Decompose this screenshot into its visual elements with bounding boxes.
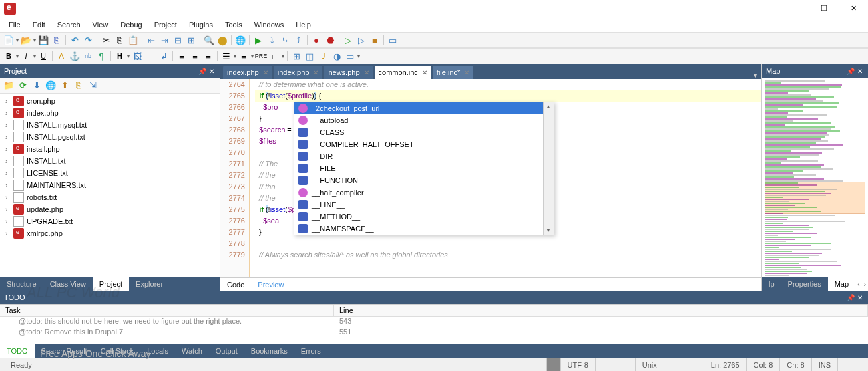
tab-explorer[interactable]: Explorer <box>129 277 170 291</box>
tab-lp[interactable]: lp <box>762 277 781 291</box>
tab-locals[interactable]: Locals <box>140 344 175 358</box>
todo-row[interactable]: @todo: this should not be here. we need … <box>0 317 868 328</box>
nbsp-icon[interactable]: nb <box>82 50 94 62</box>
comment-icon[interactable]: ⊟ <box>172 34 184 46</box>
tabs-chevron-icon[interactable]: ▾ <box>750 72 761 79</box>
menu-search[interactable]: Search <box>51 19 87 30</box>
expand-icon[interactable]: › <box>5 110 13 117</box>
pre-icon[interactable]: PRE <box>255 50 267 62</box>
close-button[interactable]: ✕ <box>839 0 868 17</box>
autocomplete-item[interactable]: __DIR__ <box>294 150 554 162</box>
expand-icon[interactable]: › <box>5 170 13 177</box>
pin-icon[interactable]: 📌 <box>198 68 206 75</box>
autocomplete-item[interactable]: __autoload <box>294 114 554 126</box>
status-eol[interactable]: Unix <box>635 358 664 371</box>
tab-call-stack[interactable]: Call Stack <box>94 344 141 358</box>
file-item[interactable]: ›xmlrpc.php <box>0 227 220 239</box>
expand-icon[interactable]: › <box>5 206 13 213</box>
file-tree[interactable]: ›cron.php›index.php›INSTALL.mysql.txt›IN… <box>0 94 220 277</box>
pin-icon[interactable]: 📌 <box>847 68 855 75</box>
expand-icon[interactable]: › <box>5 98 13 105</box>
br-icon[interactable]: ↲ <box>158 50 170 62</box>
list-ul-icon[interactable]: ☰ <box>220 50 232 62</box>
file-item[interactable]: ›robots.txt <box>0 191 220 203</box>
save-all-icon[interactable]: ⎘ <box>51 34 63 46</box>
hr-icon[interactable]: — <box>144 50 156 62</box>
autocomplete-item[interactable]: __COMPILER_HALT_OFFSET__ <box>294 138 554 150</box>
tab-search-result[interactable]: Search Result <box>35 344 94 358</box>
autocomplete-item[interactable]: __METHOD__ <box>294 211 554 223</box>
autocomplete-popup[interactable]: _2checkout_post_url__autoload__CLASS____… <box>294 102 554 235</box>
tab-project[interactable]: Project <box>93 277 129 291</box>
frame-icon[interactable]: ◫ <box>304 50 316 62</box>
anchor-icon[interactable]: ⚓ <box>69 50 81 62</box>
code-editor[interactable]: 2764276527662767276827692770277127722773… <box>220 79 761 277</box>
script-icon[interactable]: Ｊ <box>317 50 329 62</box>
minimap[interactable] <box>762 78 868 277</box>
file-item[interactable]: ›INSTALL.pgsql.txt <box>0 131 220 143</box>
comment-tag-icon[interactable]: ¶ <box>95 50 107 62</box>
panel-close-icon[interactable]: ✕ <box>857 68 863 75</box>
heading-icon[interactable]: H <box>114 50 126 62</box>
menu-view[interactable]: View <box>87 19 115 30</box>
autocomplete-item[interactable]: __CLASS__ <box>294 126 554 138</box>
php-icon[interactable]: ◑ <box>331 50 343 62</box>
autocomplete-item[interactable]: _2checkout_post_url <box>294 102 554 114</box>
tab-watch[interactable]: Watch <box>175 344 209 358</box>
new-file-icon[interactable]: 📄 <box>3 34 15 46</box>
status-encoding[interactable]: UTF-8 <box>560 358 595 371</box>
todo-row[interactable]: @todo: Remove this in Drupal 7.551 <box>0 328 868 338</box>
panel-close-icon[interactable]: ✕ <box>209 68 214 75</box>
highlight-icon[interactable]: ⬤ <box>216 34 228 46</box>
breakpoints-icon[interactable]: ⬣ <box>324 34 336 46</box>
menu-edit[interactable]: Edit <box>27 19 51 30</box>
form-icon[interactable]: ▭ <box>344 50 356 62</box>
autocomplete-item[interactable]: __FILE__ <box>294 162 554 174</box>
autocomplete-scrollbar[interactable] <box>543 102 554 235</box>
expand-icon[interactable]: › <box>5 218 13 225</box>
pin-icon[interactable]: 📌 <box>847 294 855 301</box>
export-icon[interactable]: ⇲ <box>87 80 99 92</box>
table-icon[interactable]: ⊞ <box>290 50 302 62</box>
stop-icon[interactable]: ■ <box>369 34 381 46</box>
refresh-icon[interactable]: ⟳ <box>17 80 29 92</box>
window-icon[interactable]: ▭ <box>387 34 399 46</box>
menu-help[interactable]: Help <box>290 19 317 30</box>
find-icon[interactable]: 🔍 <box>203 34 215 46</box>
menu-debug[interactable]: Debug <box>114 19 148 30</box>
indent-left-icon[interactable]: ⇤ <box>145 34 157 46</box>
open-folder-icon[interactable]: 📂 <box>20 34 32 46</box>
menu-plugins[interactable]: Plugins <box>183 19 219 30</box>
file-item[interactable]: ›cron.php <box>0 95 220 107</box>
menu-project[interactable]: Project <box>148 19 183 30</box>
breakpoint-icon[interactable]: ● <box>310 34 322 46</box>
undo-icon[interactable]: ↶ <box>69 34 81 46</box>
autocomplete-item[interactable]: __LINE__ <box>294 199 554 211</box>
expand-icon[interactable]: › <box>5 182 13 189</box>
expand-icon[interactable]: › <box>5 122 13 129</box>
editor-tab[interactable]: common.inc✕ <box>375 66 431 79</box>
image-icon[interactable]: 🖼 <box>131 50 143 62</box>
align-center-icon[interactable]: ≡ <box>189 50 201 62</box>
cut-icon[interactable]: ✂ <box>100 34 112 46</box>
tab-close-icon[interactable]: ✕ <box>313 69 318 76</box>
tab-bookmarks[interactable]: Bookmarks <box>244 344 294 358</box>
panel-close-icon[interactable]: ✕ <box>857 294 863 301</box>
align-left-icon[interactable]: ≡ <box>176 50 188 62</box>
editor-tab[interactable]: news.php✕ <box>324 66 373 79</box>
play-icon[interactable]: ▷ <box>342 34 354 46</box>
menu-file[interactable]: File <box>3 19 27 30</box>
tab-close-icon[interactable]: ✕ <box>422 69 427 76</box>
file-item[interactable]: ›index.php <box>0 107 220 119</box>
tab-code[interactable]: Code <box>220 278 251 291</box>
autocomplete-item[interactable]: __FUNCTION__ <box>294 174 554 187</box>
step-out-icon[interactable]: ⤴ <box>292 34 304 46</box>
quote-icon[interactable]: ⊏ <box>268 50 280 62</box>
tab-todo[interactable]: TODO <box>0 344 35 358</box>
italic-icon[interactable]: I <box>20 50 32 62</box>
underline-icon[interactable]: U <box>37 50 49 62</box>
tab-errors[interactable]: Errors <box>294 344 328 358</box>
minimize-button[interactable]: ─ <box>780 0 809 17</box>
editor-tab[interactable]: index.php✕ <box>223 66 272 79</box>
paste-icon[interactable]: 📋 <box>127 34 139 46</box>
